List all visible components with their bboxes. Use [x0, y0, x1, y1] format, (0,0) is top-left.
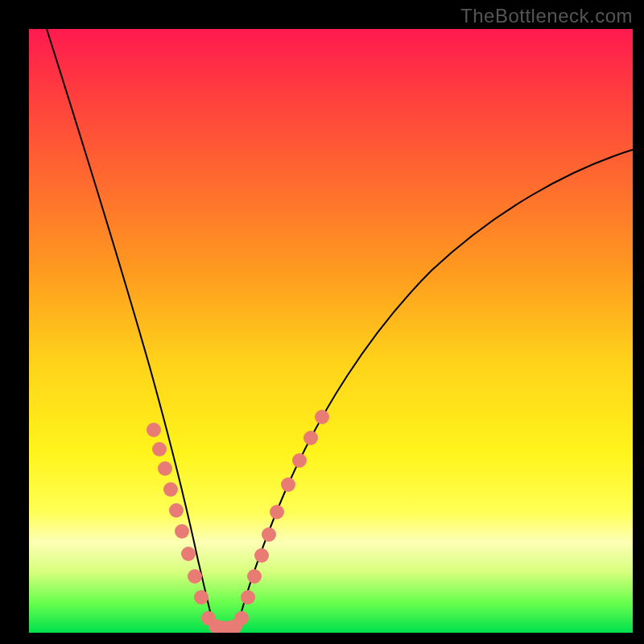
watermark-text: TheBottleneck.com	[460, 5, 633, 27]
left-curve-dots	[147, 423, 208, 605]
data-dot	[152, 442, 167, 456]
data-dot	[158, 461, 172, 476]
data-dot	[147, 423, 161, 437]
data-dot	[303, 431, 318, 445]
data-dot	[315, 410, 329, 424]
plot-area	[29, 29, 633, 633]
bottom-dots	[201, 611, 249, 633]
data-dot	[181, 547, 196, 561]
data-dot	[163, 482, 178, 497]
data-dot	[262, 527, 276, 542]
data-dot	[281, 477, 295, 492]
data-dot	[188, 569, 202, 584]
curve-layer	[29, 29, 633, 633]
chart-frame: TheBottleneck.com	[0, 0, 644, 644]
data-dot	[292, 453, 307, 468]
data-dot	[270, 505, 284, 519]
data-dot	[169, 503, 184, 518]
data-dot	[194, 590, 208, 605]
data-dot	[234, 611, 249, 625]
data-dot	[254, 548, 269, 563]
data-dot	[247, 569, 262, 584]
right-curve	[237, 150, 633, 629]
data-dot	[175, 524, 189, 539]
left-curve	[47, 29, 214, 629]
right-curve-dots	[241, 410, 329, 605]
data-dot	[241, 590, 255, 605]
